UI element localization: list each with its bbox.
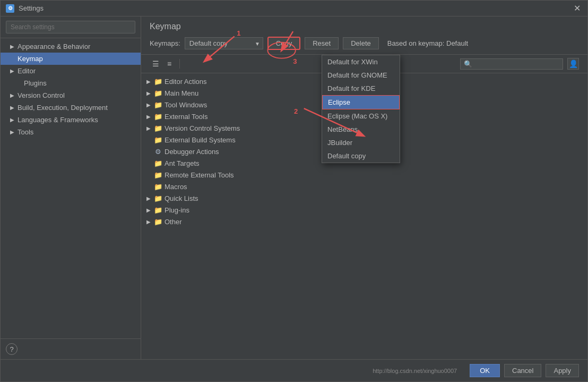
close-button[interactable]: ✕ — [572, 3, 582, 14]
tree-expand-arrow: ▶ — [146, 207, 154, 213]
folder-icon: 📁 — [154, 217, 162, 226]
tree-expand-arrow: ▶ — [146, 102, 154, 108]
tree-item-label: Quick Lists — [165, 194, 198, 202]
toolbar-indent-btn[interactable]: ☰ — [150, 58, 161, 70]
expand-arrow: ▶ — [9, 44, 15, 50]
tree-item-label: Macros — [165, 183, 187, 191]
sidebar-item-plugins[interactable]: Plugins — [1, 77, 141, 89]
search-input[interactable] — [6, 21, 135, 33]
apply-button[interactable]: Apply — [546, 364, 579, 377]
sidebar-item-languages[interactable]: ▶ Languages & Frameworks — [1, 114, 141, 126]
tree-item-label: Ant Targets — [165, 159, 200, 167]
delete-button[interactable]: Delete — [343, 37, 379, 49]
based-on-label: Based on keymap: Default — [387, 39, 468, 47]
folder-icon: 📁 — [154, 206, 162, 214]
tree-item-label: Version Control Systems — [165, 124, 240, 132]
expand-arrow: ▶ — [9, 68, 15, 74]
sidebar-item-label: Appearance & Behavior — [18, 43, 90, 50]
tree-expand-arrow — [146, 137, 154, 143]
sidebar-item-editor[interactable]: ▶ Editor — [1, 65, 141, 77]
sidebar-item-build[interactable]: ▶ Build, Execution, Deployment — [1, 101, 141, 114]
tree-item-label: Plug-ins — [165, 206, 189, 214]
watermark-text: http://blog.csdn.net/xinghuo0007 — [9, 368, 457, 374]
dropdown-item-default-kde[interactable]: Default for KDE — [322, 82, 400, 95]
panel-header: Keymap Keymaps: Default for XWinDefault … — [141, 16, 587, 55]
dropdown-item-jbuilder[interactable]: JBuilder — [322, 136, 400, 149]
tree-item-label: Tool Windows — [165, 101, 207, 109]
main-content: ▶ Appearance & Behavior Keymap ▶ Editor … — [1, 16, 587, 359]
tree-expand-arrow: ▶ — [146, 79, 154, 84]
app-icon: ⚙ — [6, 4, 14, 13]
expand-arrow: ▶ — [9, 129, 15, 135]
bottom-bar: http://blog.csdn.net/xinghuo0007 OK Canc… — [1, 359, 587, 381]
folder-icon: 📁 — [154, 135, 162, 144]
expand-arrow — [15, 80, 22, 87]
keymap-search-input[interactable] — [474, 60, 559, 67]
folder-icon: 📁 — [154, 77, 162, 86]
tree-item-label: External Tools — [165, 113, 207, 121]
panel-title: Keymap — [150, 22, 579, 31]
keymap-dropdown: Default for XWin Default for GNOME Defau… — [322, 55, 400, 163]
dropdown-item-eclipse[interactable]: Eclipse — [322, 95, 400, 109]
tree-item-plug-ins[interactable]: ▶ 📁 Plug-ins — [141, 204, 587, 216]
tree-item-label: External Build Systems — [165, 136, 236, 144]
tree-item-label: Remote External Tools — [165, 171, 234, 179]
sidebar-search-area — [1, 16, 141, 38]
search-box: 🔍 — [460, 58, 563, 70]
tree-expand-arrow: ▶ — [146, 125, 154, 131]
ok-button[interactable]: OK — [470, 364, 500, 377]
person-icon[interactable]: 👤 — [567, 58, 579, 70]
sidebar-item-label: Editor — [18, 67, 36, 75]
sidebar-item-label: Build, Execution, Deployment — [18, 104, 108, 112]
folder-icon: 📁 — [154, 182, 162, 191]
tree-expand-arrow — [146, 160, 154, 166]
tree-expand-arrow — [146, 149, 154, 155]
tree-item-macros[interactable]: 📁 Macros — [141, 181, 587, 192]
tree-expand-arrow: ▶ — [146, 114, 154, 120]
toolbar-list-btn[interactable]: ≡ — [163, 58, 175, 70]
tree-item-quick-lists[interactable]: ▶ 📁 Quick Lists — [141, 192, 587, 204]
expand-arrow — [9, 56, 15, 62]
tree-expand-arrow — [146, 184, 154, 190]
dropdown-item-netbeans[interactable]: NetBeans — [322, 123, 400, 136]
sidebar-item-appearance[interactable]: ▶ Appearance & Behavior — [1, 40, 141, 53]
sidebar-item-label: Languages & Frameworks — [18, 116, 98, 124]
tree-expand-arrow: ▶ — [146, 196, 154, 201]
toolbar-separator — [179, 59, 180, 69]
dropdown-item-default-gnome[interactable]: Default for GNOME — [322, 69, 400, 82]
sidebar-item-keymap[interactable]: Keymap — [1, 53, 141, 65]
folder-icon: 📁 — [154, 194, 162, 202]
tree-item-other[interactable]: ▶ 📁 Other — [141, 216, 587, 227]
title-bar: ⚙ Settings ✕ — [1, 1, 587, 16]
sidebar-item-tools[interactable]: ▶ Tools — [1, 126, 141, 138]
tree-item-label: Debugger Actions — [165, 148, 219, 156]
expand-arrow: ▶ — [9, 117, 15, 123]
expand-arrow: ▶ — [9, 105, 15, 111]
window-title: Settings — [19, 4, 572, 12]
tree-item-label: Other — [165, 218, 182, 226]
main-panel-wrapper: Keymap Keymaps: Default for XWinDefault … — [141, 16, 587, 359]
dropdown-item-default-copy[interactable]: Default copy — [322, 149, 400, 163]
expand-arrow: ▶ — [9, 92, 15, 99]
sidebar-item-label: Keymap — [18, 55, 43, 63]
sidebar-item-label: Tools — [18, 128, 33, 136]
reset-button[interactable]: Reset — [305, 37, 339, 49]
help-button[interactable]: ? — [6, 343, 18, 355]
sidebar-items-list: ▶ Appearance & Behavior Keymap ▶ Editor … — [1, 38, 141, 338]
tree-item-remote-external-tools[interactable]: 📁 Remote External Tools — [141, 169, 587, 181]
folder-icon: 📁 — [154, 171, 162, 179]
copy-button[interactable]: Copy — [267, 37, 300, 50]
folder-icon: 📁 — [154, 124, 162, 132]
sidebar-item-label: Plugins — [24, 79, 47, 87]
sidebar-item-label: Version Control — [18, 91, 65, 99]
cancel-button[interactable]: Cancel — [504, 364, 541, 377]
sidebar-item-version-control[interactable]: ▶ Version Control — [1, 89, 141, 101]
keymap-select[interactable]: Default for XWinDefault for GNOMEDefault… — [185, 37, 263, 49]
dropdown-item-eclipse-mac[interactable]: Eclipse (Mac OS X) — [322, 109, 400, 123]
keymap-select-wrapper: Default for XWinDefault for GNOMEDefault… — [185, 37, 263, 49]
tree-expand-arrow: ▶ — [146, 90, 154, 96]
dropdown-item-default-xwin[interactable]: Default for XWin — [322, 55, 400, 69]
keymap-label: Keymaps: — [150, 39, 180, 47]
tree-expand-arrow: ▶ — [146, 219, 154, 225]
settings-window: ⚙ Settings ✕ ▶ Appearance & Behavior Key… — [0, 0, 588, 382]
